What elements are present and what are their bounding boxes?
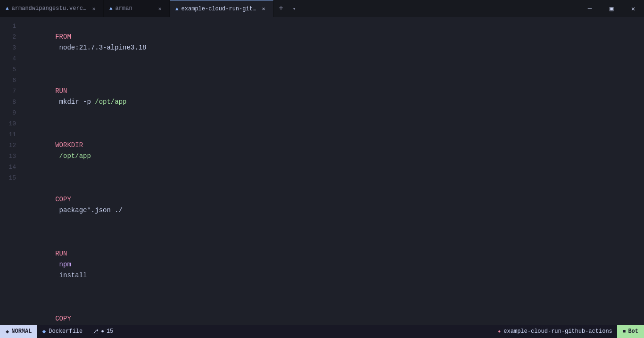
line-num-5: 5 [6,64,16,75]
tab-bar: ▲ armandwipangestu.vercel.app ✕ ▲ arman … [0,0,644,17]
minimize-button[interactable]: — [579,0,601,17]
code-line-4 [24,118,644,129]
line-num-6: 6 [6,75,16,86]
status-bot: ■ Bot [617,325,644,338]
filename-label: Dockerfile [49,328,83,335]
code-lines[interactable]: FROM node:21.7.3-alpine3.18 RUN mkdir -p… [24,21,644,321]
code-line-5: WORKDIR /opt/app [24,129,644,173]
repo-icon: ● [498,329,501,334]
tab-3-icon: ▲ [175,6,179,12]
window-controls: — ▣ ✕ [579,0,644,17]
tab-1-close[interactable]: ✕ [90,5,98,12]
repo-name-label: example-cloud-run-github-actions [504,328,612,335]
status-mode: ◆ NORMAL [0,325,37,338]
line-num-2: 2 [6,32,16,42]
branch-icon: ⎇ [92,328,99,335]
tab-3-label: example-cloud-run-github-ac [182,6,257,12]
line-count-label: 15 [107,328,113,335]
close-button[interactable]: ✕ [622,0,644,17]
tab-1-label: armandwipangestu.vercel.app [12,5,87,12]
kw-copy-1: COPY [55,196,71,203]
tab-3-close[interactable]: ✕ [260,5,267,13]
bot-icon: ■ [623,329,626,334]
line-numbers: 1 2 3 4 5 6 7 8 9 10 11 12 13 14 15 [0,21,24,321]
tab-1[interactable]: ▲ armandwipangestu.vercel.app ✕ [0,0,104,17]
code-area[interactable]: 1 2 3 4 5 6 7 8 9 10 11 12 13 14 15 FROM… [0,17,644,325]
line-num-11: 11 [6,129,16,140]
status-repo: ● example-cloud-run-github-actions [493,325,617,338]
line-num-8: 8 [6,97,16,107]
line-num-9: 9 [6,107,16,118]
new-tab-button[interactable]: + [273,0,289,17]
kw-run-2: RUN [55,250,67,257]
tab-3[interactable]: ▲ example-cloud-run-github-ac ✕ [170,0,273,17]
tab-2-close[interactable]: ✕ [156,5,164,12]
copy-arg-1: package*.json ./ [55,206,123,214]
kw-copy-2: COPY [55,315,71,322]
maximize-button[interactable]: ▣ [601,0,622,17]
kw-run-1: RUN [55,87,67,95]
code-line-10 [24,292,644,303]
kw-from: FROM [55,33,71,41]
editor: 1 2 3 4 5 6 7 8 9 10 11 12 13 14 15 FROM… [0,17,644,325]
tab-2[interactable]: ▲ arman ✕ [104,0,170,17]
line-num-10: 10 [6,118,16,129]
code-line-9: RUN npm install [24,238,644,292]
bot-label: Bot [628,328,638,335]
code-line-6 [24,173,644,183]
line-num-1: 1 [6,21,16,32]
line-num-3: 3 [6,42,16,53]
code-line-11: COPY . . [24,303,644,325]
code-line-1: FROM node:21.7.3-alpine3.18 [24,21,644,64]
code-line-8 [24,227,644,238]
from-arg: node:21.7.3-alpine3.18 [55,44,146,51]
line-num-4: 4 [6,53,16,64]
kw-workdir: WORKDIR [55,141,83,149]
tab-1-icon: ▲ [6,6,9,11]
line-num-14: 14 [6,162,16,173]
run-install: install [55,272,87,279]
code-line-2 [24,64,644,75]
line-num-12: 12 [6,140,16,151]
run-cmd-1: mkdir -p [55,98,95,106]
workdir-path: /opt/app [55,152,91,160]
tab-2-label: arman [116,5,153,12]
code-line-7: COPY package*.json ./ [24,183,644,227]
tab-2-icon: ▲ [109,6,113,11]
vim-normal-icon: ◆ [6,328,9,335]
line-num-13: 13 [6,151,16,162]
circle-icon: ● [101,329,104,334]
line-num-7: 7 [6,86,16,97]
run-npm: npm [55,261,71,268]
run-path-1: /opt/app [95,98,126,106]
code-line-3: RUN mkdir -p /opt/app [24,75,644,118]
status-branch: ⎇ ● 15 [87,325,118,338]
mode-label: NORMAL [11,328,32,335]
status-filename: ◆ Dockerfile [37,325,87,338]
status-bar: ◆ NORMAL ◆ Dockerfile ⎇ ● 15 ● example-c… [0,325,644,338]
line-num-15: 15 [6,173,16,183]
tab-dropdown-button[interactable]: ▾ [289,0,300,17]
dockerfile-icon: ◆ [42,328,46,335]
